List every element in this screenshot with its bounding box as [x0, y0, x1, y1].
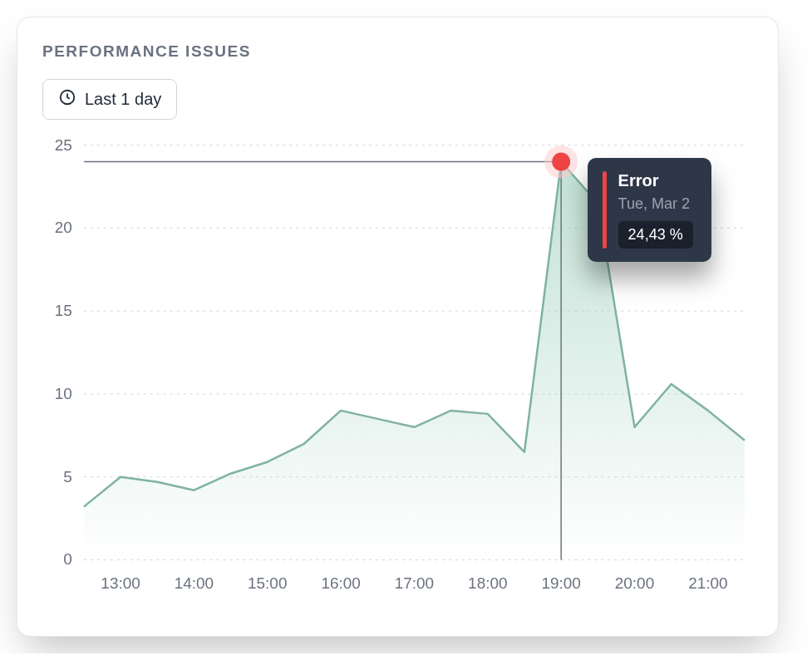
- chart-tooltip: Error Tue, Mar 2 24,43 %: [588, 158, 711, 262]
- time-range-label: Last 1 day: [85, 90, 161, 109]
- svg-text:17:00: 17:00: [395, 574, 434, 592]
- svg-text:10: 10: [55, 385, 72, 402]
- svg-text:14:00: 14:00: [175, 574, 214, 592]
- tooltip-title: Error: [618, 171, 693, 190]
- svg-text:0: 0: [63, 550, 72, 568]
- time-range-button[interactable]: Last 1 day: [42, 79, 177, 120]
- svg-text:21:00: 21:00: [688, 574, 727, 592]
- tooltip-date: Tue, Mar 2: [618, 195, 693, 213]
- card-title: PERFORMANCE ISSUES: [42, 42, 753, 61]
- svg-text:16:00: 16:00: [321, 574, 360, 592]
- svg-text:15: 15: [55, 302, 72, 319]
- chart-area: 051015202513:0014:0015:0016:0017:0018:00…: [42, 136, 753, 602]
- svg-text:18:00: 18:00: [468, 574, 507, 592]
- svg-text:20: 20: [55, 219, 72, 236]
- svg-text:13:00: 13:00: [101, 574, 140, 592]
- clock-icon: [58, 88, 76, 111]
- tooltip-content: Error Tue, Mar 2 24,43 %: [618, 171, 693, 249]
- svg-point-25: [552, 153, 570, 171]
- tooltip-value: 24,43 %: [618, 221, 693, 249]
- performance-card: PERFORMANCE ISSUES Last 1 day 0510152025…: [17, 17, 779, 637]
- tooltip-accent-bar: [603, 171, 607, 249]
- svg-text:25: 25: [55, 136, 72, 154]
- svg-text:5: 5: [63, 468, 72, 485]
- svg-text:19:00: 19:00: [541, 574, 580, 592]
- svg-text:20:00: 20:00: [615, 574, 654, 592]
- svg-text:15:00: 15:00: [248, 574, 287, 592]
